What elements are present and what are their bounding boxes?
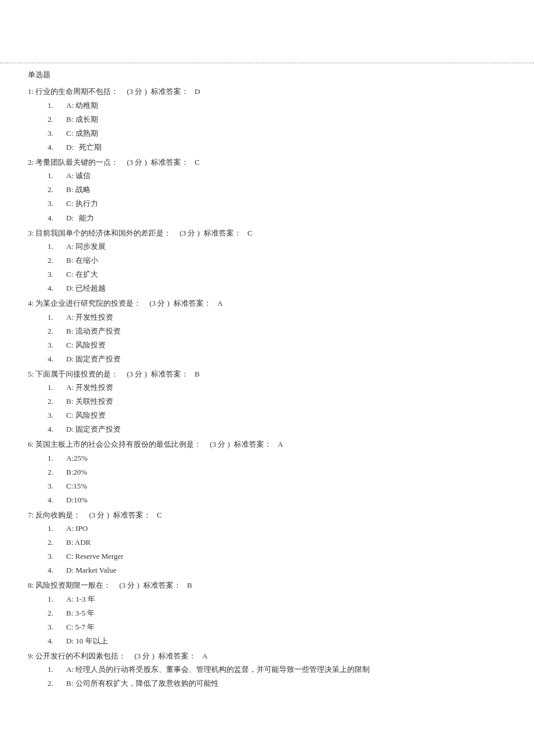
answer-value: B [194,370,200,378]
answer-label: 标准答案： [202,229,241,237]
option-row: 4.D: 能力 [48,211,506,225]
option-text: 在扩大 [73,270,98,278]
option-letter: C: [66,552,73,560]
option-row: 4.D: Market Value [48,563,506,577]
option-text: 死亡期 [77,143,102,151]
option-row: 4.D: 固定资产投资 [48,422,506,436]
option-text: ADR [73,538,91,547]
option-row: 1.A: 开发性投资 [48,310,506,324]
option-text: 执行力 [73,199,98,208]
option-letter: A: [66,665,74,674]
option-text: 5-7 年 [73,623,95,631]
option-text: 成熟期 [73,129,98,138]
option-number: 3. [48,408,58,422]
options-list: 1.A: IPO2.B: ADR3.C: Reserve Merger4.D: … [28,522,506,577]
option-text: 同步发展 [74,242,106,251]
options-list: 1.A: 经理人员的行动将受股东、董事会、管理机构的监督，并可能导致一些管理决策… [28,663,506,690]
answer-label: 标准答案： [142,581,181,589]
option-text: 战略 [73,185,90,194]
option-row: 2.B: 在缩小 [48,254,506,267]
answer-label: 标准答案： [157,652,196,660]
option-number: 4. [48,493,58,507]
page-divider [0,63,534,63]
option-number: 1. [48,169,58,183]
option-text: 诚信 [74,171,91,180]
option-text: 关联性投资 [73,397,113,406]
option-letter: A: [66,101,74,110]
answer-value: A [277,440,283,448]
option-letter: B: [66,679,73,688]
question: 9: 公开发行的不利因素包括：(3 分 ) 标准答案：A1.A: 经理人员的行动… [28,649,506,690]
answer-label: 标准答案： [149,370,189,378]
option-number: 2. [48,324,58,338]
question-stem: 为某企业进行研究院的投资是： [34,299,141,308]
question-stem: 行业的生命周期不包括： [34,87,118,96]
option-letter: C: [66,270,73,278]
answer-label: 标准答案： [232,440,272,448]
option-row: 3.C: 风险投资 [48,338,506,352]
answer-value: B [187,581,192,589]
option-row: 2.B: 成长期 [48,113,506,126]
option-letter: A: [66,383,74,392]
option-row: 3.C: 在扩大 [48,267,506,281]
option-number: 2. [48,183,58,197]
question: 4: 为某企业进行研究院的投资是：(3 分 ) 标准答案：A1.A: 开发性投资… [28,296,506,366]
option-row: 1.A: IPO [48,522,506,536]
option-number: 4. [48,634,58,648]
option-number: 2. [48,465,58,479]
option-row: 2.B: 战略 [48,183,506,197]
question-text: 1: 行业的生命周期不包括：(3 分 ) 标准答案：D [28,85,506,98]
question-score: (3 分 ) [210,440,230,448]
option-letter: B: [66,468,73,476]
option-letter: D: [66,284,74,292]
options-list: 1.A: 诚信2.B: 战略3.C: 执行力4.D: 能力 [28,169,506,225]
options-list: 1.A: 同步发展2.B: 在缩小3.C: 在扩大4.D: 已经超越 [28,240,506,295]
option-number: 3. [48,126,58,140]
option-letter: B: [66,185,73,194]
option-row: 3.C: Reserve Merger [48,549,506,563]
question: 2: 考量团队最关键的一点：(3 分 ) 标准答案：C1.A: 诚信2.B: 战… [28,155,506,225]
option-row: 3.C: 执行力 [48,197,506,211]
option-text: 成长期 [73,115,98,124]
question-stem: 目前我国单个的经济体和国外的差距是： [34,229,171,237]
option-letter: D: [66,425,74,433]
question-stem: 考量团队最关键的一点： [34,158,118,167]
option-text: IPO [74,524,88,533]
option-letter: C: [66,482,73,490]
option-row: 1.A: 幼稚期 [48,99,506,113]
question: 6: 英国主板上市的社会公众持有股份的最低比例是：(3 分 ) 标准答案：A1.… [28,437,506,507]
option-number: 4. [48,352,58,366]
option-number: 2. [48,254,58,267]
option-letter: D: [66,495,74,504]
question-number: 9: [28,652,34,660]
answer-value: D [194,87,200,96]
question: 7: 反向收购是：(3 分 ) 标准答案：C1.A: IPO2.B: ADR3.… [28,508,506,578]
option-row: 4.D: 固定资产投资 [48,352,506,366]
option-number: 4. [48,140,58,154]
option-letter: A: [66,595,74,603]
questions-container: 1: 行业的生命周期不包括：(3 分 ) 标准答案：D1.A: 幼稚期2.B: … [28,85,506,690]
answer-label: 标准答案： [172,299,211,308]
option-number: 4. [48,563,58,577]
question-score: (3 分 ) [89,511,109,519]
question-number: 1: [28,87,34,96]
option-letter: C: [66,623,73,631]
option-number: 1. [48,310,58,324]
option-row: 4.D: 死亡期 [48,140,506,154]
question-score: (3 分 ) [149,299,169,308]
option-row: 3.C: 成熟期 [48,126,506,140]
option-text: 开发性投资 [74,383,113,392]
options-list: 1.A: 1-3 年2.B: 3-5 年3.C: 5-7 年4.D: 10 年以… [28,592,506,648]
option-letter: D: [66,636,74,645]
question-text: 8: 风险投资期限一般在：(3 分 ) 标准答案：B [28,578,506,592]
option-text: 流动资产投资 [73,327,120,335]
option-number: 1. [48,451,58,465]
option-row: 2.B:20% [48,465,506,479]
option-number: 3. [48,338,58,352]
option-number: 1. [48,99,58,113]
question-number: 3: [28,229,34,237]
option-letter: D: [66,566,74,574]
question-text: 3: 目前我国单个的经济体和国外的差距是：(3 分 ) 标准答案：C [28,226,506,240]
question: 3: 目前我国单个的经济体和国外的差距是：(3 分 ) 标准答案：C1.A: 同… [28,226,506,296]
option-number: 3. [48,197,58,211]
